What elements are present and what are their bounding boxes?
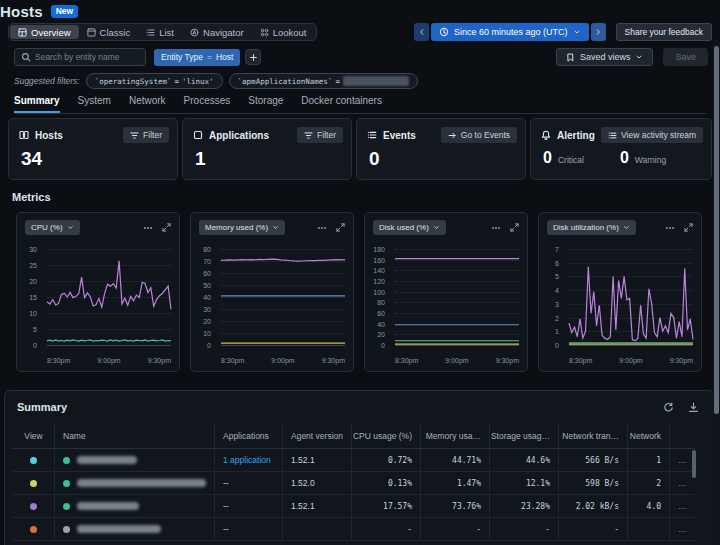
expand-icon[interactable]: [684, 223, 693, 232]
x-axis: 8:30pm9:00pm9:30pm: [569, 357, 693, 364]
chart-plot[interactable]: [221, 249, 345, 345]
lookout-icon: [260, 28, 269, 37]
expand-icon[interactable]: [162, 223, 171, 232]
chart-line-series-2: [47, 340, 171, 341]
table-cell: 598 B/s: [558, 472, 627, 494]
x-tick-label: 8:30pm: [569, 357, 592, 364]
options-icon[interactable]: [665, 223, 675, 233]
chart-plot[interactable]: [569, 249, 693, 345]
view-dot[interactable]: [30, 457, 37, 464]
time-picker-button[interactable]: Since 60 minutes ago (UTC): [431, 23, 589, 41]
expand-icon[interactable]: [336, 223, 345, 232]
metric-select-disk-utilization[interactable]: Disk utilization (%): [547, 220, 636, 235]
plus-icon: [249, 53, 258, 62]
chart-panel-disk-utilization: Disk utilization (%) 01234567 8:30pm9:00…: [538, 212, 702, 372]
kpi-label: Hosts: [35, 130, 63, 141]
column-header[interactable]: Applications: [214, 423, 282, 448]
gridline: [221, 345, 345, 346]
chart-panel-memory: Memory used (%) 01020304050607080 8:30pm…: [190, 212, 354, 372]
table-cell: 12.1%: [489, 472, 558, 494]
hosts-filter-button[interactable]: Filter: [123, 127, 169, 143]
view-mode-navigator[interactable]: Navigator: [182, 25, 252, 39]
view-dot[interactable]: [30, 526, 37, 533]
column-header[interactable]: Storage usag…: [489, 423, 558, 448]
time-forward-button[interactable]: [591, 23, 606, 41]
column-header[interactable]: Agent version: [282, 423, 351, 448]
go-to-events-button[interactable]: Go to Events: [441, 127, 517, 143]
search-icon: [21, 52, 31, 62]
applications-count: 1: [183, 143, 351, 168]
options-icon[interactable]: [143, 223, 153, 233]
save-button[interactable]: Save: [663, 48, 708, 66]
table-row[interactable]: --1.52.117.57%73.76%23.28%2.02 kB/s4.0…: [13, 495, 695, 518]
tab-network[interactable]: Network: [129, 95, 166, 113]
host-name-redacted: [77, 456, 137, 464]
suggested-filter-os[interactable]: `operatingSystem` = 'linux': [86, 73, 223, 89]
metrics-section-title: Metrics: [12, 191, 51, 203]
y-tick-label: 0: [33, 342, 37, 349]
time-back-button[interactable]: [414, 23, 429, 41]
column-header[interactable]: Memory usa…: [420, 423, 489, 448]
page-scrollbar-thumb[interactable]: [714, 46, 719, 414]
table-cell: 23.28%: [489, 495, 558, 517]
table-scrollbar-thumb[interactable]: [692, 450, 696, 478]
table-cell: 44.6%: [489, 449, 558, 471]
applications-link[interactable]: 1 application: [223, 455, 271, 465]
x-tick-label: 9:00pm: [619, 357, 642, 364]
column-header[interactable]: View: [13, 423, 54, 448]
options-icon[interactable]: [491, 223, 501, 233]
table-row[interactable]: 1 application1.52.10.72%44.71%44.6%566 B…: [13, 449, 695, 472]
column-header[interactable]: Network tran…: [558, 423, 627, 448]
tab-storage[interactable]: Storage: [248, 95, 283, 113]
saved-views-button[interactable]: Saved views: [556, 48, 654, 66]
kpi-label: Alerting: [557, 130, 595, 141]
view-mode-classic[interactable]: Classic: [79, 25, 139, 39]
expand-icon[interactable]: [510, 223, 519, 232]
tab-docker-containers[interactable]: Docker containers: [301, 95, 382, 113]
y-tick-label: 3: [555, 300, 559, 307]
search-input[interactable]: [35, 52, 139, 62]
view-dot[interactable]: [30, 503, 37, 510]
tab-summary[interactable]: Summary: [14, 95, 60, 113]
suggested-filters-label: Suggested filters:: [14, 76, 80, 86]
metric-select-disk-used[interactable]: Disk used (%): [373, 220, 446, 235]
chevron-down-icon: [272, 224, 279, 231]
column-header[interactable]: [669, 423, 693, 448]
view-mode-list[interactable]: List: [138, 25, 182, 39]
download-icon[interactable]: [688, 402, 699, 413]
list-icon: [146, 28, 155, 37]
tab-processes[interactable]: Processes: [184, 95, 231, 113]
options-icon[interactable]: [317, 223, 327, 233]
y-tick-label: 60: [203, 270, 211, 277]
metric-select-cpu[interactable]: CPU (%): [25, 220, 80, 235]
view-dot[interactable]: [30, 480, 37, 487]
chart-panel-disk-used: Disk used (%) 020406080100120140160180 8…: [364, 212, 528, 372]
view-mode-lookout[interactable]: Lookout: [252, 25, 315, 39]
entity-type-filter-pill[interactable]: Entity Type = Host: [154, 49, 240, 66]
applications-filter-button[interactable]: Filter: [297, 127, 343, 143]
refresh-icon[interactable]: [663, 402, 674, 413]
chart-plot[interactable]: [47, 249, 171, 345]
tab-system[interactable]: System: [78, 95, 111, 113]
column-header[interactable]: Name: [54, 423, 214, 448]
table-cell: [54, 518, 214, 540]
column-header[interactable]: Network: [627, 423, 669, 448]
view-mode-switcher: Overview Classic List Navigator Lookout: [8, 23, 317, 41]
table-row[interactable]: ------…: [13, 518, 695, 541]
view-mode-overview[interactable]: Overview: [10, 25, 79, 39]
table-cell: [54, 472, 214, 494]
feedback-button[interactable]: Share your feedback: [616, 23, 712, 41]
x-axis: 8:30pm9:00pm9:30pm: [221, 357, 345, 364]
chevron-left-icon: [418, 28, 426, 36]
chevron-down-icon: [623, 224, 630, 231]
filter-button-label: Filter: [317, 130, 336, 140]
add-filter-button[interactable]: [245, 49, 261, 65]
metric-select-memory[interactable]: Memory used (%): [199, 220, 285, 235]
table-cell: 17.57%: [351, 495, 420, 517]
table-row[interactable]: --1.52.00.13%1.47%12.1%598 B/s2…: [13, 472, 695, 495]
table-cell: [13, 518, 54, 540]
view-activity-stream-button[interactable]: View activity stream: [601, 127, 703, 143]
chart-plot[interactable]: [395, 249, 519, 345]
column-header[interactable]: CPU usage (%): [351, 423, 420, 448]
suggested-filter-apm[interactable]: `apmApplicationNames` =: [229, 73, 418, 89]
